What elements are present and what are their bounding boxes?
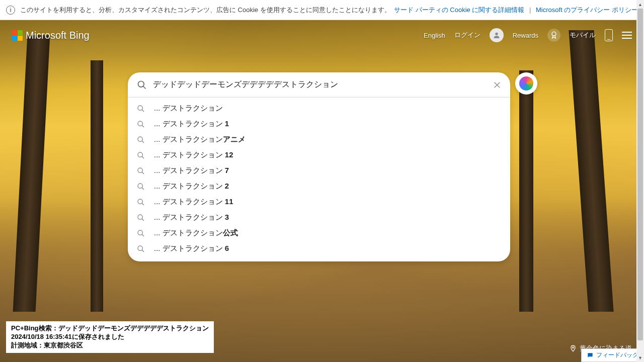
svg-point-16 [138,184,142,188]
rewards-badge-icon[interactable] [547,29,560,42]
search-icon[interactable] [137,80,147,90]
svg-line-3 [143,86,146,88]
svg-point-26 [573,347,574,348]
suggestion-item[interactable]: ... デストラクション公式 [128,225,510,241]
svg-line-25 [142,250,144,252]
microsoft-logo-icon [12,30,23,41]
search-box [128,72,510,98]
copilot-icon [519,76,533,90]
search-icon [137,167,145,175]
suggestion-text: ... デストラクション 12 [154,150,233,160]
feedback-button[interactable]: フィードバック [581,348,644,362]
scroll-down-arrow-icon[interactable]: ▼ [636,353,644,362]
vertical-scrollbar[interactable]: ▲ ▼ [636,0,644,362]
svg-point-24 [138,246,142,250]
svg-line-19 [142,203,144,205]
suggestion-item[interactable]: ... デストラクション 3 [128,210,510,225]
svg-point-8 [138,121,142,126]
suggestion-text: ... デストラクション公式 [154,228,238,238]
hamburger-menu-icon[interactable] [622,32,632,39]
suggestion-text: ... デストラクション [154,104,223,113]
svg-line-9 [142,125,144,127]
svg-point-14 [138,168,142,172]
search-icon [137,105,145,113]
svg-line-7 [142,110,144,112]
search-icon [137,183,145,191]
search-input[interactable] [153,80,493,89]
mobile-icon[interactable] [605,29,613,41]
language-link[interactable]: English [424,32,445,39]
info-line-2: 2024/10/18 16:35:41に保存されました [11,333,209,341]
info-line-1: PC+Bing検索：デッドデッドデーモンズデデデデデストラクション [11,324,209,333]
logo-text: Microsoft Bing [26,30,90,41]
svg-point-20 [138,215,142,219]
search-icon [137,151,145,159]
login-link[interactable]: ログイン [454,31,480,40]
svg-point-22 [138,230,142,235]
svg-point-0 [495,33,498,35]
rewards-link[interactable]: Rewards [513,32,538,39]
separator: | [529,6,531,14]
suggestion-item[interactable]: ... デストラクション 11 [128,194,510,210]
svg-point-1 [552,32,556,36]
bing-logo[interactable]: Microsoft Bing [12,30,90,41]
suggestion-text: ... デストラクション 11 [154,197,233,207]
suggestion-text: ... デストラクション 7 [154,166,229,175]
chat-icon [587,352,594,359]
search-icon [137,198,145,206]
suggestion-item[interactable]: ... デストラクション 1 [128,116,510,132]
svg-line-17 [142,188,144,190]
search-icon [137,120,145,128]
cookie-link-privacy[interactable]: Microsoft のプライバシー ポリシー [536,6,638,14]
suggestion-text: ... デストラクション 1 [154,119,229,129]
cookie-link-thirdparty[interactable]: サード パーティの Cookie に関する詳細情報 [394,6,524,14]
search-icon [137,229,145,237]
search-icon [137,214,145,222]
suggestion-text: ... デストラクション 3 [154,213,229,222]
svg-point-2 [138,81,144,87]
feedback-label: フィードバック [596,351,638,359]
svg-point-6 [138,106,142,110]
svg-line-21 [142,219,144,221]
suggestion-text: ... デストラクション 2 [154,182,229,191]
search-icon [137,136,145,144]
suggestion-text: ... デストラクションアニメ [154,135,246,144]
svg-point-10 [138,137,142,141]
svg-line-11 [142,141,144,143]
suggestion-item[interactable]: ... デストラクション 2 [128,178,510,194]
search-icon [137,245,145,253]
avatar-icon[interactable] [490,28,504,42]
suggestion-item[interactable]: ... デストラクションアニメ [128,132,510,147]
svg-line-23 [142,234,144,236]
copilot-button[interactable] [515,72,537,95]
svg-line-15 [142,172,144,174]
page-header: Microsoft Bing English ログイン Rewards モバイル [0,20,644,50]
suggestion-item[interactable]: ... デストラクション [128,101,510,116]
suggestion-item[interactable]: ... デストラクション 6 [128,241,510,256]
capture-info-box: PC+Bing検索：デッドデッドデーモンズデデデデデストラクション 2024/1… [6,321,214,353]
location-pin-icon [570,345,577,352]
suggestion-text: ... デストラクション 6 [154,244,229,253]
cookie-consent-banner: i このサイトを利用すると、分析、カスタマイズされたコンテンツ、広告に Cook… [0,0,644,20]
info-line-3: 計測地域：東京都渋谷区 [11,341,209,350]
suggestions-dropdown: ... デストラクション... デストラクション 1... デストラクションアニ… [128,98,510,261]
cookie-text: このサイトを利用すると、分析、カスタマイズされたコンテンツ、広告に Cookie… [20,6,391,15]
clear-icon[interactable] [493,81,501,89]
search-container: ... デストラクション... デストラクション 1... デストラクションアニ… [128,72,510,261]
suggestion-item[interactable]: ... デストラクション 7 [128,163,510,178]
svg-point-12 [138,152,142,157]
svg-point-18 [138,199,142,204]
suggestion-item[interactable]: ... デストラクション 12 [128,147,510,163]
svg-line-13 [142,156,144,158]
info-icon: i [6,6,15,15]
mobile-link[interactable]: モバイル [570,31,596,40]
scroll-thumb[interactable] [637,9,643,340]
scroll-up-arrow-icon[interactable]: ▲ [636,0,644,9]
